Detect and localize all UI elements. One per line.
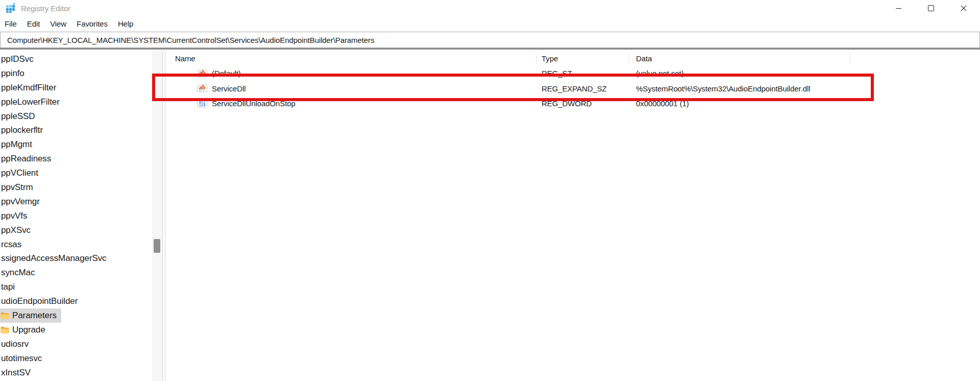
registry-tree: ppIDSvcppinfoppleKmdfFilterppleLowerFilt…	[0, 51, 152, 381]
tree-item-label: xInstSV	[1, 368, 31, 378]
tree-item-label: ppVClient	[1, 168, 38, 178]
close-icon	[961, 5, 967, 11]
tree-item-label: udiosrv	[1, 339, 29, 349]
tree-item-pplelowerfilter[interactable]: ppleLowerFilter	[0, 95, 64, 109]
tree-item-upgrade[interactable]: Upgrade	[0, 323, 50, 337]
address-bar[interactable]: Computer\HKEY_LOCAL_MACHINE\SYSTEM\Curre…	[0, 32, 980, 48]
maximize-icon	[928, 5, 934, 11]
tree-item-udiosrv[interactable]: udiosrv	[0, 337, 33, 351]
column-header-type[interactable]: Type	[542, 51, 558, 66]
tree-item-pplekmdffilter[interactable]: ppleKmdfFilter	[0, 81, 61, 95]
tree-item-ppvvfs[interactable]: ppvVfs	[0, 209, 32, 223]
tree-item-parameters[interactable]: Parameters	[0, 308, 61, 323]
tree-item-ppmgmt[interactable]: ppMgmt	[0, 137, 37, 152]
tree-item-rcsas[interactable]: rcsas	[0, 237, 26, 252]
content-area: ppIDSvcppinfoppleKmdfFilterppleLowerFilt…	[0, 48, 980, 381]
tree-item-ppxsvc[interactable]: ppXSvc	[0, 223, 35, 237]
close-button[interactable]	[947, 0, 980, 16]
tree-item-label: ssignedAccessManagerSvc	[1, 253, 107, 264]
menu-item-file[interactable]: File	[0, 16, 22, 32]
menu-bar: FileEditViewFavoritesHelp	[0, 16, 980, 32]
column-header-name[interactable]: Name	[175, 51, 195, 66]
tree-item-label: ppIDSvc	[1, 54, 34, 64]
minimize-button[interactable]	[882, 0, 915, 16]
folder-icon	[1, 326, 9, 334]
string-value-icon	[198, 69, 207, 77]
tree-item-label: ppleSSD	[1, 111, 35, 122]
menu-item-view[interactable]: View	[45, 16, 71, 32]
value-name-cell: ServiceDll	[212, 81, 246, 97]
tree-item-label: ppReadiness	[1, 154, 51, 164]
column-header-data[interactable]: Data	[636, 51, 652, 66]
tree-item-pplessd[interactable]: ppleSSD	[0, 109, 39, 124]
tree-item-ppvstrm[interactable]: ppvStrm	[0, 180, 38, 195]
tree-item-ppvclient[interactable]: ppVClient	[0, 166, 43, 180]
maximize-button[interactable]	[915, 0, 947, 16]
tree-item-label: utotimesvc	[1, 353, 42, 364]
folder-icon	[1, 312, 9, 319]
tree-item-syncmac[interactable]: syncMac	[0, 266, 39, 280]
tree-item-xinstsv[interactable]: xInstSV	[0, 366, 35, 380]
menu-item-edit[interactable]: Edit	[22, 16, 45, 32]
tree-item-label: Upgrade	[12, 325, 45, 335]
tree-item-label: Parameters	[12, 311, 57, 321]
column-separator	[536, 53, 536, 64]
tree-item-label: ppinfo	[1, 68, 24, 79]
menu-item-favorites[interactable]: Favorites	[71, 16, 113, 32]
tree-item-label: ppleKmdfFilter	[1, 83, 56, 93]
value-row-servicedll[interactable]: ServiceDllREG_EXPAND_SZ%SystemRoot%\Syst…	[165, 81, 980, 97]
value-name-cell: (Default)	[212, 66, 241, 81]
scrollbar-thumb[interactable]	[154, 239, 160, 253]
value-type-cell: REG_SZ	[542, 66, 572, 81]
column-separator	[850, 53, 850, 64]
tree-item-udioendpointbuilder[interactable]: udioEndpointBuilder	[0, 294, 82, 308]
title-bar: Registry Editor	[0, 0, 980, 16]
value-type-cell: REG_EXPAND_SZ	[542, 81, 607, 97]
menu-item-help[interactable]: Help	[113, 16, 138, 32]
tree-item-label: ppvVemgr	[1, 197, 40, 207]
list-header: Name Type Data	[165, 51, 980, 66]
tree-item-label: ppXSvc	[1, 225, 31, 235]
values-list-pane: Name Type Data (Default)REG_SZ(value not…	[165, 51, 980, 381]
tree-item-label: rcsas	[1, 240, 21, 250]
tree-item-label: pplockerfltr	[1, 125, 43, 135]
tree-item-label: syncMac	[1, 268, 35, 278]
tree-item-label: ppleLowerFilter	[1, 97, 60, 107]
tree-scrollbar[interactable]	[152, 51, 162, 381]
tree-item-ppinfo[interactable]: ppinfo	[0, 66, 29, 81]
address-path: Computer\HKEY_LOCAL_MACHINE\SYSTEM\Curre…	[7, 36, 374, 44]
window-title: Registry Editor	[21, 4, 70, 13]
tree-item-label: ppMgmt	[1, 139, 32, 150]
window-controls	[882, 0, 980, 16]
tree-item-ssignedaccessmanagersvc[interactable]: ssignedAccessManagerSvc	[0, 251, 111, 266]
tree-item-tapi[interactable]: tapi	[0, 280, 19, 294]
value-data-cell: %SystemRoot%\System32\AudioEndpointBuild…	[636, 81, 810, 97]
tree-item-label: ppvStrm	[1, 182, 33, 193]
string-value-icon	[198, 85, 207, 92]
dword-value-icon	[198, 100, 207, 107]
value-type-cell: REG_DWORD	[542, 96, 592, 111]
minimize-icon	[896, 8, 901, 9]
value-row-default[interactable]: (Default)REG_SZ(value not set)	[165, 66, 980, 81]
tree-item-ppidsvc[interactable]: ppIDSvc	[0, 52, 38, 66]
values-rows: (Default)REG_SZ(value not set)ServiceDll…	[165, 66, 980, 111]
value-data-cell: 0x00000001 (1)	[636, 96, 689, 111]
tree-item-label: udioEndpointBuilder	[1, 296, 78, 306]
value-row-servicedllunloadonstop[interactable]: ServiceDllUnloadOnStopREG_DWORD0x0000000…	[165, 96, 980, 111]
registry-app-icon	[6, 3, 16, 13]
tree-item-label: ppvVfs	[1, 211, 27, 221]
tree-item-utotimesvc[interactable]: utotimesvc	[0, 351, 46, 366]
value-data-cell: (value not set)	[636, 66, 684, 81]
tree-item-pplockerfltr[interactable]: pplockerfltr	[0, 123, 47, 137]
column-separator	[629, 53, 629, 64]
tree-item-label: tapi	[1, 282, 15, 292]
tree-item-ppvvemgr[interactable]: ppvVemgr	[0, 195, 44, 209]
tree-item-ppreadiness[interactable]: ppReadiness	[0, 152, 56, 166]
value-name-cell: ServiceDllUnloadOnStop	[212, 96, 296, 111]
